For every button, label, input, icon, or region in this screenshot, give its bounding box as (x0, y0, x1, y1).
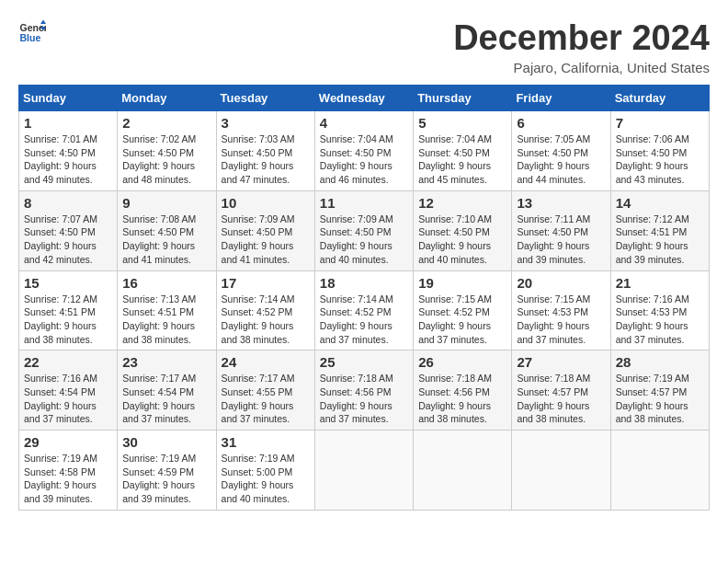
calendar-cell: 13Sunrise: 7:11 AMSunset: 4:50 PMDayligh… (512, 190, 610, 270)
day-number: 4 (320, 115, 408, 131)
day-number: 30 (122, 434, 210, 450)
logo: General Blue (18, 18, 46, 46)
calendar-cell: 16Sunrise: 7:13 AMSunset: 4:51 PMDayligh… (118, 270, 216, 350)
day-number: 19 (418, 275, 506, 291)
calendar-cell (314, 431, 413, 511)
day-info: Sunrise: 7:15 AMSunset: 4:53 PMDaylight:… (517, 293, 605, 347)
calendar-cell: 17Sunrise: 7:14 AMSunset: 4:52 PMDayligh… (216, 270, 314, 350)
weekday-header-wednesday: Wednesday (314, 86, 413, 111)
week-row-1: 1Sunrise: 7:01 AMSunset: 4:50 PMDaylight… (19, 111, 710, 191)
calendar-cell: 10Sunrise: 7:09 AMSunset: 4:50 PMDayligh… (216, 190, 314, 270)
day-number: 24 (222, 354, 310, 370)
day-info: Sunrise: 7:19 AMSunset: 4:58 PMDaylight:… (24, 452, 112, 506)
day-info: Sunrise: 7:02 AMSunset: 4:50 PMDaylight:… (122, 132, 210, 187)
day-info: Sunrise: 7:14 AMSunset: 4:52 PMDaylight:… (320, 293, 408, 347)
calendar-cell: 30Sunrise: 7:19 AMSunset: 4:59 PMDayligh… (118, 431, 216, 511)
calendar-cell: 27Sunrise: 7:18 AMSunset: 4:57 PMDayligh… (512, 350, 610, 431)
calendar-cell: 11Sunrise: 7:09 AMSunset: 4:50 PMDayligh… (314, 190, 413, 270)
header: General Blue December 2024 Pajaro, Calif… (18, 18, 710, 75)
day-number: 8 (24, 195, 112, 211)
day-info: Sunrise: 7:19 AMSunset: 5:00 PMDaylight:… (222, 452, 310, 506)
day-number: 9 (122, 195, 210, 211)
day-number: 14 (616, 195, 704, 211)
day-info: Sunrise: 7:11 AMSunset: 4:50 PMDaylight:… (517, 213, 605, 267)
day-info: Sunrise: 7:09 AMSunset: 4:50 PMDaylight:… (320, 213, 408, 267)
day-number: 6 (517, 115, 605, 131)
day-number: 21 (616, 275, 704, 291)
day-info: Sunrise: 7:15 AMSunset: 4:52 PMDaylight:… (418, 293, 506, 347)
calendar-cell: 22Sunrise: 7:16 AMSunset: 4:54 PMDayligh… (19, 350, 118, 431)
week-row-2: 8Sunrise: 7:07 AMSunset: 4:50 PMDaylight… (19, 190, 710, 270)
day-number: 27 (517, 354, 605, 370)
weekday-header-saturday: Saturday (610, 86, 709, 111)
day-number: 17 (222, 275, 310, 291)
weekday-header-monday: Monday (118, 86, 216, 111)
calendar-cell: 18Sunrise: 7:14 AMSunset: 4:52 PMDayligh… (314, 270, 413, 350)
calendar-cell: 19Sunrise: 7:15 AMSunset: 4:52 PMDayligh… (414, 270, 512, 350)
calendar-cell: 8Sunrise: 7:07 AMSunset: 4:50 PMDaylight… (19, 190, 118, 270)
day-info: Sunrise: 7:14 AMSunset: 4:52 PMDaylight:… (222, 293, 310, 347)
day-info: Sunrise: 7:08 AMSunset: 4:50 PMDaylight:… (122, 213, 210, 267)
day-info: Sunrise: 7:13 AMSunset: 4:51 PMDaylight:… (122, 293, 210, 347)
week-row-4: 22Sunrise: 7:16 AMSunset: 4:54 PMDayligh… (19, 350, 710, 431)
calendar-cell: 15Sunrise: 7:12 AMSunset: 4:51 PMDayligh… (19, 270, 118, 350)
weekday-header-row: SundayMondayTuesdayWednesdayThursdayFrid… (19, 86, 710, 111)
calendar-cell (610, 431, 709, 511)
day-info: Sunrise: 7:04 AMSunset: 4:50 PMDaylight:… (418, 132, 506, 187)
day-number: 15 (24, 275, 112, 291)
day-number: 28 (616, 354, 704, 370)
week-row-5: 29Sunrise: 7:19 AMSunset: 4:58 PMDayligh… (19, 431, 710, 511)
calendar-cell (414, 431, 512, 511)
calendar-cell: 4Sunrise: 7:04 AMSunset: 4:50 PMDaylight… (314, 111, 413, 191)
day-number: 3 (222, 115, 310, 131)
day-info: Sunrise: 7:18 AMSunset: 4:56 PMDaylight:… (320, 372, 408, 426)
day-number: 10 (222, 195, 310, 211)
calendar-cell: 21Sunrise: 7:16 AMSunset: 4:53 PMDayligh… (610, 270, 709, 350)
day-number: 7 (616, 115, 704, 131)
calendar-cell: 23Sunrise: 7:17 AMSunset: 4:54 PMDayligh… (118, 350, 216, 431)
calendar-cell: 14Sunrise: 7:12 AMSunset: 4:51 PMDayligh… (610, 190, 709, 270)
day-number: 22 (24, 354, 112, 370)
day-info: Sunrise: 7:17 AMSunset: 4:55 PMDaylight:… (222, 372, 310, 426)
day-info: Sunrise: 7:04 AMSunset: 4:50 PMDaylight:… (320, 132, 408, 187)
calendar-cell: 5Sunrise: 7:04 AMSunset: 4:50 PMDaylight… (414, 111, 512, 191)
day-number: 12 (418, 195, 506, 211)
calendar-cell: 31Sunrise: 7:19 AMSunset: 5:00 PMDayligh… (216, 431, 314, 511)
weekday-header-tuesday: Tuesday (216, 86, 314, 111)
day-number: 16 (122, 275, 210, 291)
day-info: Sunrise: 7:01 AMSunset: 4:50 PMDaylight:… (24, 132, 112, 187)
calendar-cell: 1Sunrise: 7:01 AMSunset: 4:50 PMDaylight… (19, 111, 118, 191)
calendar-cell: 20Sunrise: 7:15 AMSunset: 4:53 PMDayligh… (512, 270, 610, 350)
week-row-3: 15Sunrise: 7:12 AMSunset: 4:51 PMDayligh… (19, 270, 710, 350)
day-number: 25 (320, 354, 408, 370)
calendar-cell: 25Sunrise: 7:18 AMSunset: 4:56 PMDayligh… (314, 350, 413, 431)
day-number: 5 (418, 115, 506, 131)
calendar-cell: 3Sunrise: 7:03 AMSunset: 4:50 PMDaylight… (216, 111, 314, 191)
day-info: Sunrise: 7:19 AMSunset: 4:57 PMDaylight:… (616, 372, 704, 426)
day-info: Sunrise: 7:10 AMSunset: 4:50 PMDaylight:… (418, 213, 506, 267)
day-info: Sunrise: 7:16 AMSunset: 4:54 PMDaylight:… (24, 372, 112, 426)
calendar-cell: 6Sunrise: 7:05 AMSunset: 4:50 PMDaylight… (512, 111, 610, 191)
calendar-cell: 24Sunrise: 7:17 AMSunset: 4:55 PMDayligh… (216, 350, 314, 431)
day-number: 13 (517, 195, 605, 211)
svg-text:Blue: Blue (20, 32, 41, 43)
day-info: Sunrise: 7:19 AMSunset: 4:59 PMDaylight:… (122, 452, 210, 506)
calendar-cell (512, 431, 610, 511)
day-info: Sunrise: 7:17 AMSunset: 4:54 PMDaylight:… (122, 372, 210, 426)
calendar-title: December 2024 (453, 18, 710, 58)
day-number: 31 (222, 434, 310, 450)
calendar-cell: 29Sunrise: 7:19 AMSunset: 4:58 PMDayligh… (19, 431, 118, 511)
logo-icon: General Blue (18, 18, 46, 46)
day-info: Sunrise: 7:12 AMSunset: 4:51 PMDaylight:… (24, 293, 112, 347)
day-info: Sunrise: 7:18 AMSunset: 4:56 PMDaylight:… (418, 372, 506, 426)
day-info: Sunrise: 7:06 AMSunset: 4:50 PMDaylight:… (616, 132, 704, 187)
day-info: Sunrise: 7:12 AMSunset: 4:51 PMDaylight:… (616, 213, 704, 267)
weekday-header-sunday: Sunday (19, 86, 118, 111)
day-info: Sunrise: 7:18 AMSunset: 4:57 PMDaylight:… (517, 372, 605, 426)
day-number: 18 (320, 275, 408, 291)
calendar-subtitle: Pajaro, California, United States (453, 60, 710, 75)
day-number: 11 (320, 195, 408, 211)
calendar-cell: 26Sunrise: 7:18 AMSunset: 4:56 PMDayligh… (414, 350, 512, 431)
day-info: Sunrise: 7:05 AMSunset: 4:50 PMDaylight:… (517, 132, 605, 187)
day-number: 2 (122, 115, 210, 131)
